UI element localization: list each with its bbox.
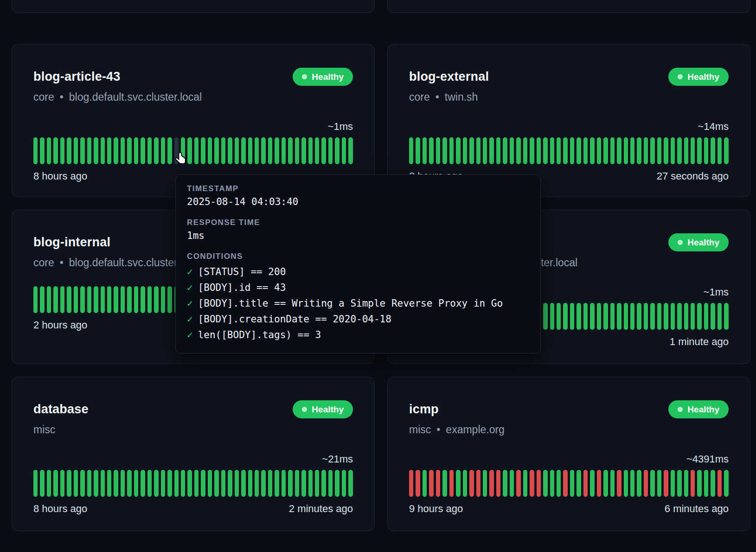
uptime-bar[interactable] <box>74 286 78 313</box>
uptime-bar[interactable] <box>436 470 440 497</box>
uptime-bar[interactable] <box>80 137 84 164</box>
uptime-bar[interactable] <box>463 470 467 497</box>
uptime-bar[interactable] <box>483 470 487 497</box>
uptime-bar[interactable] <box>637 303 641 330</box>
uptime-bar[interactable] <box>489 470 493 497</box>
uptime-bar[interactable] <box>530 137 534 164</box>
uptime-bar[interactable] <box>94 470 98 497</box>
uptime-bar[interactable] <box>637 137 641 164</box>
uptime-bar[interactable] <box>147 470 152 497</box>
uptime-bar[interactable] <box>261 470 265 497</box>
uptime-bar[interactable] <box>677 137 681 164</box>
uptime-bar[interactable] <box>583 470 588 497</box>
uptime-bar[interactable] <box>650 303 654 330</box>
uptime-bar[interactable] <box>570 137 574 164</box>
endpoint-card-partial[interactable] <box>387 0 750 13</box>
uptime-bar[interactable] <box>328 470 333 497</box>
uptime-bar[interactable] <box>101 470 105 497</box>
uptime-bar[interactable] <box>33 470 38 497</box>
uptime-bar[interactable] <box>121 470 125 497</box>
uptime-bar[interactable] <box>624 303 628 330</box>
uptime-bar[interactable] <box>268 470 272 497</box>
uptime-bar[interactable] <box>40 286 44 313</box>
uptime-bar[interactable] <box>40 137 44 164</box>
uptime-bar[interactable] <box>442 470 447 497</box>
uptime-bar[interactable] <box>282 137 286 164</box>
uptime-bar[interactable] <box>107 286 111 313</box>
uptime-bar[interactable] <box>423 137 427 164</box>
uptime-bar[interactable] <box>147 137 152 164</box>
uptime-bar[interactable] <box>644 470 648 497</box>
uptime-bar[interactable] <box>248 137 252 164</box>
uptime-bar[interactable] <box>241 137 245 164</box>
uptime-bars[interactable] <box>409 137 729 164</box>
uptime-bar[interactable] <box>644 137 648 164</box>
uptime-bar[interactable] <box>664 470 668 497</box>
uptime-bar[interactable] <box>697 137 701 164</box>
uptime-bar[interactable] <box>711 137 715 164</box>
uptime-bar[interactable] <box>181 470 185 497</box>
uptime-bar[interactable] <box>577 137 581 164</box>
uptime-bar[interactable] <box>201 137 205 164</box>
uptime-bar[interactable] <box>208 137 212 164</box>
uptime-bar[interactable] <box>677 303 681 330</box>
uptime-bar[interactable] <box>335 137 339 164</box>
uptime-bar[interactable] <box>429 470 433 497</box>
uptime-bar[interactable] <box>194 470 199 497</box>
uptime-bar[interactable] <box>550 470 554 497</box>
uptime-bar[interactable] <box>87 137 91 164</box>
uptime-bar[interactable] <box>241 470 245 497</box>
uptime-bar[interactable] <box>348 137 352 164</box>
uptime-bar[interactable] <box>603 137 608 164</box>
uptime-bar[interactable] <box>704 470 708 497</box>
uptime-bar[interactable] <box>342 137 346 164</box>
uptime-bar[interactable] <box>570 470 574 497</box>
uptime-bar[interactable] <box>107 137 111 164</box>
uptime-bar[interactable] <box>691 470 695 497</box>
uptime-bar[interactable] <box>154 286 158 313</box>
uptime-bar[interactable] <box>718 470 722 497</box>
uptime-bar[interactable] <box>510 137 514 164</box>
uptime-bar[interactable] <box>47 286 51 313</box>
uptime-bar[interactable] <box>603 303 608 330</box>
uptime-bar[interactable] <box>87 470 91 497</box>
uptime-bar[interactable] <box>235 470 239 497</box>
uptime-bar[interactable] <box>221 137 225 164</box>
uptime-bar[interactable] <box>684 303 688 330</box>
uptime-bar[interactable] <box>33 137 38 164</box>
uptime-bar[interactable] <box>523 470 527 497</box>
uptime-bar[interactable] <box>101 286 105 313</box>
uptime-bar[interactable] <box>456 470 460 497</box>
uptime-bar[interactable] <box>724 137 728 164</box>
uptime-bar[interactable] <box>261 137 265 164</box>
uptime-bar[interactable] <box>583 137 588 164</box>
uptime-bar[interactable] <box>107 470 111 497</box>
uptime-bar[interactable] <box>255 137 259 164</box>
uptime-bar[interactable] <box>409 470 413 497</box>
uptime-bar[interactable] <box>235 137 239 164</box>
uptime-bar[interactable] <box>154 137 158 164</box>
uptime-bar[interactable] <box>617 137 621 164</box>
uptime-bar[interactable] <box>161 137 165 164</box>
uptime-bar[interactable] <box>644 303 648 330</box>
uptime-bar[interactable] <box>60 470 64 497</box>
uptime-bar[interactable] <box>503 470 507 497</box>
uptime-bar[interactable] <box>301 470 306 497</box>
uptime-bar[interactable] <box>711 470 715 497</box>
endpoint-card[interactable]: database Healthy misc ~21ms 8 hours ago … <box>12 377 375 531</box>
uptime-bar[interactable] <box>697 470 701 497</box>
uptime-bar[interactable] <box>121 137 125 164</box>
uptime-bar[interactable] <box>583 303 588 330</box>
uptime-bar[interactable] <box>483 137 487 164</box>
uptime-bar[interactable] <box>167 137 172 164</box>
uptime-bar[interactable] <box>724 303 728 330</box>
uptime-bar[interactable] <box>288 137 292 164</box>
uptime-bar[interactable] <box>429 137 433 164</box>
uptime-bar[interactable] <box>563 137 567 164</box>
uptime-bar[interactable] <box>704 137 708 164</box>
uptime-bar[interactable] <box>174 137 179 164</box>
uptime-bars[interactable] <box>33 137 353 164</box>
uptime-bar[interactable] <box>657 470 661 497</box>
uptime-bar[interactable] <box>167 286 172 313</box>
uptime-bars[interactable] <box>33 470 353 497</box>
